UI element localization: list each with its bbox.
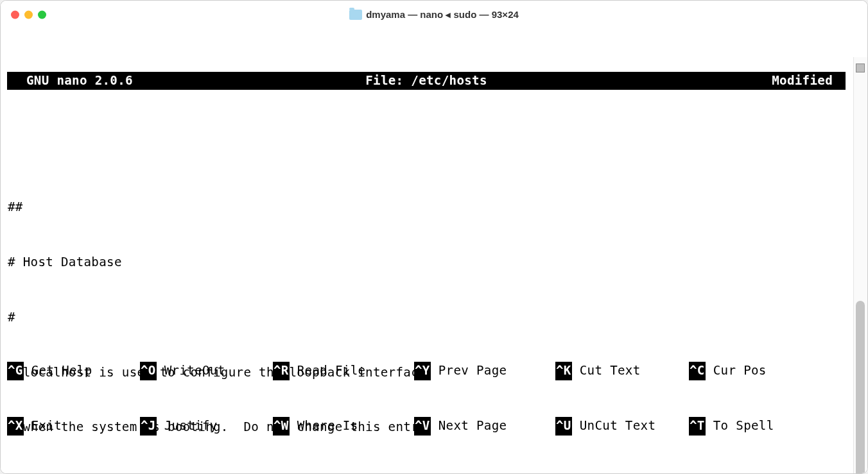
shortcut-to-spell: ^TTo Spell xyxy=(689,417,846,436)
file-line: # Host Database xyxy=(8,253,846,272)
shortcut-label: Justify xyxy=(157,417,218,436)
shortcut-writeout: ^OWriteOut xyxy=(140,362,273,380)
shortcut-get-help: ^GGet Help xyxy=(7,362,140,380)
shortcut-read-file: ^RRead File xyxy=(273,362,414,380)
scrollbar-top-icon[interactable] xyxy=(856,63,865,72)
shortcut-where-is: ^WWhere Is xyxy=(273,417,414,436)
shortcut-key: ^R xyxy=(273,362,290,380)
terminal-window: dmyama — nano ◂ sudo — 93×24 GNU nano 2.… xyxy=(0,0,868,474)
window-title: dmyama — nano ◂ sudo — 93×24 xyxy=(11,9,857,21)
shortcut-uncut-text: ^UUnCut Text xyxy=(555,417,689,436)
scrollbar-thumb[interactable] xyxy=(856,301,865,474)
close-button[interactable] xyxy=(11,11,19,19)
shortcut-key: ^W xyxy=(273,417,290,436)
shortcut-cur-pos: ^CCur Pos xyxy=(689,362,846,380)
shortcut-key: ^O xyxy=(140,362,157,380)
shortcut-row: ^XExit ^JJustify ^WWhere Is ^VNext Page … xyxy=(7,417,846,436)
shortcut-label: Cur Pos xyxy=(706,362,767,380)
shortcut-key: ^G xyxy=(7,362,24,380)
shortcut-key: ^V xyxy=(414,417,431,436)
maximize-button[interactable] xyxy=(38,11,46,19)
nano-header: GNU nano 2.0.6 File: /etc/hosts Modified xyxy=(7,72,846,90)
shortcut-label: UnCut Text xyxy=(572,417,656,436)
window-titlebar: dmyama — nano ◂ sudo — 93×24 xyxy=(1,1,867,29)
terminal-area[interactable]: GNU nano 2.0.6 File: /etc/hosts Modified… xyxy=(1,29,867,473)
shortcut-label: To Spell xyxy=(706,417,774,436)
file-line: ## xyxy=(8,198,846,217)
shortcut-label: Get Help xyxy=(24,362,92,380)
shortcut-row: ^GGet Help ^OWriteOut ^RRead File ^YPrev… xyxy=(7,362,846,380)
shortcut-key: ^J xyxy=(140,417,157,436)
minimize-button[interactable] xyxy=(24,11,33,19)
shortcut-label: Prev Page xyxy=(431,362,507,380)
nano-shortcuts: ^GGet Help ^OWriteOut ^RRead File ^YPrev… xyxy=(7,325,846,472)
folder-icon xyxy=(349,10,362,20)
shortcut-key: ^U xyxy=(555,417,572,436)
shortcut-label: WriteOut xyxy=(157,362,225,380)
shortcut-label: Cut Text xyxy=(572,362,641,380)
scrollbar-track[interactable] xyxy=(853,57,867,473)
shortcut-label: Next Page xyxy=(431,417,507,436)
shortcut-label: Where Is xyxy=(290,417,358,436)
shortcut-justify: ^JJustify xyxy=(140,417,273,436)
shortcut-key: ^X xyxy=(7,417,24,436)
shortcut-key: ^C xyxy=(689,362,706,380)
shortcut-key: ^T xyxy=(689,417,706,436)
terminal-content[interactable]: GNU nano 2.0.6 File: /etc/hosts Modified… xyxy=(1,29,852,473)
shortcut-key: ^K xyxy=(555,362,572,380)
shortcut-cut-text: ^KCut Text xyxy=(555,362,689,380)
nano-modified-label: Modified xyxy=(772,72,833,90)
shortcut-label: Read File xyxy=(290,362,366,380)
window-title-text: dmyama — nano ◂ sudo — 93×24 xyxy=(366,9,519,21)
traffic-lights xyxy=(11,11,46,19)
nano-version: GNU nano 2.0.6 xyxy=(26,72,133,90)
shortcut-label: Exit xyxy=(24,417,62,436)
shortcut-key: ^Y xyxy=(414,362,431,380)
shortcut-prev-page: ^YPrev Page xyxy=(414,362,555,380)
shortcut-next-page: ^VNext Page xyxy=(414,417,555,436)
file-line: # xyxy=(8,309,846,327)
nano-file-label: File: /etc/hosts xyxy=(365,72,487,90)
shortcut-exit: ^XExit xyxy=(7,417,140,436)
